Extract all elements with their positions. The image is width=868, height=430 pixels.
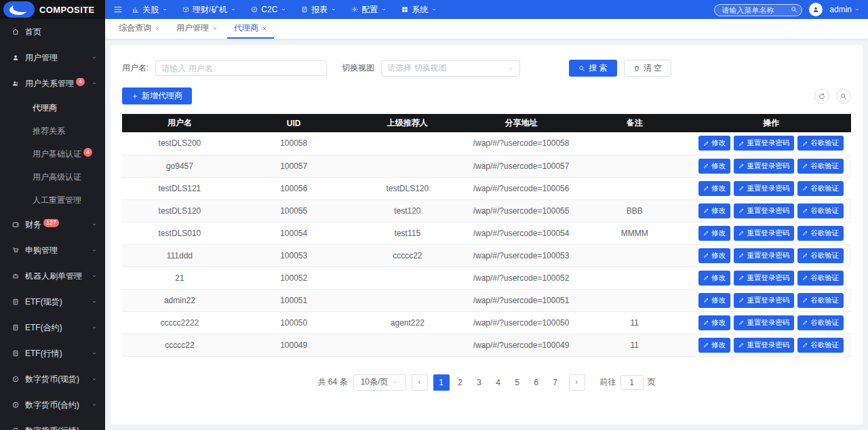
table-row: 111ddd100053ccccc22/wap/#/?usercode=1000… <box>122 244 851 267</box>
edit-icon <box>802 208 808 214</box>
page-number-6[interactable]: 6 <box>528 374 545 391</box>
action-button-修改[interactable]: 修改 <box>698 248 730 263</box>
action-button-重置登录密码[interactable]: 重置登录密码 <box>734 136 794 151</box>
action-button-谷歌验证[interactable]: 谷歌验证 <box>797 136 844 151</box>
sidebar-item[interactable]: 数字货币(合约) <box>0 392 105 418</box>
action-button-重置登录密码[interactable]: 重置登录密码 <box>734 203 794 218</box>
box-icon <box>182 6 189 13</box>
action-button-修改[interactable]: 修改 <box>698 136 730 151</box>
username-input[interactable] <box>155 60 327 76</box>
sidebar-item[interactable]: 机器人刷单管理 <box>0 263 105 289</box>
avatar[interactable] <box>809 3 823 16</box>
add-agent-button[interactable]: 新增代理商 <box>122 87 192 104</box>
tab-综合查询[interactable]: 综合查询 <box>112 19 167 39</box>
table-cell <box>578 267 692 289</box>
sidebar-subitem[interactable]: 人工重置管理 <box>0 189 105 212</box>
brand-logo-icon <box>3 1 35 18</box>
action-button-修改[interactable]: 修改 <box>698 226 730 241</box>
action-button-修改[interactable]: 修改 <box>698 271 730 286</box>
prev-page-button[interactable] <box>412 374 428 391</box>
topnav-item[interactable]: 理财/矿机 <box>182 4 236 16</box>
sidebar-item[interactable]: 用户管理 <box>0 45 105 71</box>
refresh-button[interactable] <box>814 89 829 104</box>
page-size-select[interactable]: 10条/页 <box>353 374 406 391</box>
action-button-修改[interactable]: 修改 <box>698 203 730 218</box>
menu-search-input[interactable] <box>714 4 802 16</box>
action-button-重置登录密码[interactable]: 重置登录密码 <box>734 293 794 308</box>
action-button-重置登录密码[interactable]: 重置登录密码 <box>734 271 794 286</box>
sidebar-subitem[interactable]: 用户基础认证4 <box>0 142 105 165</box>
action-button-谷歌验证[interactable]: 谷歌验证 <box>797 159 844 174</box>
action-button-label: 重置登录密码 <box>747 206 789 216</box>
username: admin <box>829 5 852 14</box>
topnav-item[interactable]: C2C <box>251 5 286 14</box>
sidebar-subitem[interactable]: 代理商 <box>0 96 105 119</box>
topnav-item[interactable]: 配置 <box>351 4 387 16</box>
sidebar-subitem[interactable]: 用户高级认证 <box>0 165 105 189</box>
action-button-修改[interactable]: 修改 <box>698 338 730 353</box>
action-button-修改[interactable]: 修改 <box>698 315 730 330</box>
sidebar-item-label: 财务127 <box>25 219 85 231</box>
tab-代理商[interactable]: 代理商 <box>227 19 274 39</box>
goto-page-input[interactable] <box>620 375 644 390</box>
action-button-label: 谷歌验证 <box>810 184 839 193</box>
sidebar-item[interactable]: 用户关系管理4 <box>0 71 105 96</box>
sidebar-item-label: ETF(行情) <box>25 348 85 359</box>
search-icon[interactable] <box>791 6 797 13</box>
action-button-修改[interactable]: 修改 <box>698 159 730 174</box>
action-button-重置登录密码[interactable]: 重置登录密码 <box>734 248 794 263</box>
sidebar-item[interactable]: ETF(现货) <box>0 289 105 315</box>
action-button-重置登录密码[interactable]: 重置登录密码 <box>734 159 794 174</box>
hamburger-icon[interactable] <box>113 5 123 14</box>
action-button-谷歌验证[interactable]: 谷歌验证 <box>797 181 844 196</box>
action-button-谷歌验证[interactable]: 谷歌验证 <box>797 203 844 218</box>
tab-用户管理[interactable]: 用户管理 <box>170 19 224 39</box>
table-cell: BBB <box>578 199 692 222</box>
table-cell: 21 <box>122 267 237 289</box>
page-number-1[interactable]: 1 <box>433 374 450 391</box>
action-button-重置登录密码[interactable]: 重置登录密码 <box>734 315 794 330</box>
clear-button[interactable]: 清 空 <box>624 60 671 77</box>
page-number-2[interactable]: 2 <box>452 374 469 391</box>
page-number-7[interactable]: 7 <box>547 374 564 391</box>
action-button-label: 修改 <box>711 206 726 216</box>
sidebar-item[interactable]: 数字货币(行情) <box>0 418 105 430</box>
page-number-3[interactable]: 3 <box>471 374 488 391</box>
edit-icon <box>738 342 745 348</box>
table-cell: testDLS010 <box>122 222 237 244</box>
action-button-label: 修改 <box>711 161 726 171</box>
action-button-重置登录密码[interactable]: 重置登录密码 <box>734 226 794 241</box>
table-cell: 111ddd <box>122 244 237 267</box>
user-icon <box>812 6 819 13</box>
sidebar-item[interactable]: ETF(合约) <box>0 315 105 340</box>
action-button-谷歌验证[interactable]: 谷歌验证 <box>797 338 844 353</box>
action-button-谷歌验证[interactable]: 谷歌验证 <box>797 271 844 286</box>
topnav-item[interactable]: 关股 <box>132 4 167 16</box>
sidebar-item[interactable]: ETF(行情) <box>0 340 105 366</box>
action-button-重置登录密码[interactable]: 重置登录密码 <box>734 338 794 353</box>
user-menu[interactable]: admin <box>829 5 860 14</box>
table-row: go9457100057/wap/#/?usercode=100057修改重置登… <box>122 155 851 177</box>
action-button-谷歌验证[interactable]: 谷歌验证 <box>797 248 844 263</box>
page-number-5[interactable]: 5 <box>509 374 526 391</box>
action-button-修改[interactable]: 修改 <box>698 293 730 308</box>
topnav-item[interactable]: 系统 <box>401 4 437 16</box>
next-page-button[interactable] <box>569 374 585 391</box>
sidebar-subitem[interactable]: 推荐关系 <box>0 119 105 142</box>
action-button-重置登录密码[interactable]: 重置登录密码 <box>734 181 794 196</box>
view-select[interactable]: 请选择 切换视图 <box>381 60 520 77</box>
sidebar-item[interactable]: 数字货币(现货) <box>0 366 105 392</box>
action-button-修改[interactable]: 修改 <box>698 181 730 196</box>
action-button-谷歌验证[interactable]: 谷歌验证 <box>797 315 844 330</box>
sidebar-item[interactable]: 申购管理 <box>0 237 105 263</box>
topnav-item[interactable]: 报表 <box>301 4 336 16</box>
sidebar-item[interactable]: 财务127 <box>0 212 105 237</box>
page-number-4[interactable]: 4 <box>490 374 507 391</box>
action-button-谷歌验证[interactable]: 谷歌验证 <box>797 293 844 308</box>
chevron-down-icon <box>92 351 97 356</box>
edit-icon <box>703 342 709 348</box>
search-toggle-button[interactable] <box>836 89 851 104</box>
sidebar-item[interactable]: 首页 <box>0 19 105 45</box>
search-button[interactable]: 搜 索 <box>569 60 616 77</box>
action-button-谷歌验证[interactable]: 谷歌验证 <box>797 226 844 241</box>
